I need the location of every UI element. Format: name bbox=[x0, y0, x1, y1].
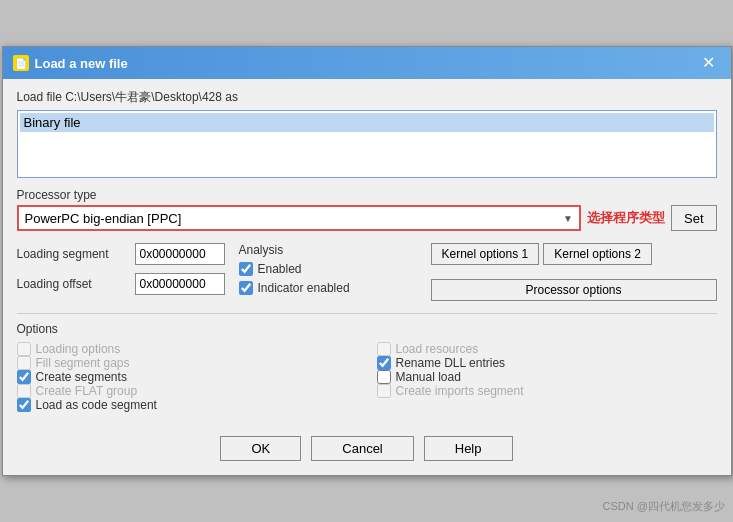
indicator-row: Indicator enabled bbox=[239, 281, 419, 295]
options-grid: Loading options Fill segment gaps Create… bbox=[17, 342, 717, 412]
kernel-options-2-button[interactable]: Kernel options 2 bbox=[543, 243, 652, 265]
segment-row: Loading segment bbox=[17, 243, 227, 265]
ok-button[interactable]: OK bbox=[220, 436, 301, 461]
dialog: 📄 Load a new file ✕ Load file C:\Users\牛… bbox=[2, 46, 732, 476]
kernel-options-1-button[interactable]: Kernel options 1 bbox=[431, 243, 540, 265]
left-column: Loading segment Loading offset bbox=[17, 243, 227, 303]
cancel-button[interactable]: Cancel bbox=[311, 436, 413, 461]
indicator-label: Indicator enabled bbox=[258, 281, 350, 295]
loading-options-checkbox[interactable] bbox=[17, 342, 31, 356]
load-code-label: Load as code segment bbox=[36, 398, 157, 412]
watermark: CSDN @四代机您发多少 bbox=[603, 499, 725, 514]
segment-input[interactable] bbox=[135, 243, 225, 265]
create-segments-label: Create segments bbox=[36, 370, 127, 384]
middle-column: Analysis Enabled Indicator enabled bbox=[239, 243, 419, 303]
option-create-flat: Create FLAT group bbox=[17, 384, 357, 398]
file-format-item[interactable]: Binary file bbox=[20, 113, 714, 132]
enabled-row: Enabled bbox=[239, 262, 419, 276]
analysis-group: Analysis Enabled Indicator enabled bbox=[239, 243, 419, 295]
dialog-footer: OK Cancel Help bbox=[3, 426, 731, 475]
fill-segment-label: Fill segment gaps bbox=[36, 356, 130, 370]
load-resources-label: Load resources bbox=[396, 342, 479, 356]
option-fill-segment: Fill segment gaps bbox=[17, 356, 357, 370]
segment-label: Loading segment bbox=[17, 247, 127, 261]
fill-segment-checkbox[interactable] bbox=[17, 356, 31, 370]
set-button[interactable]: Set bbox=[671, 205, 717, 231]
option-load-code: Load as code segment bbox=[17, 398, 357, 412]
processor-annotation: 选择程序类型 bbox=[587, 209, 665, 227]
dialog-content: Load file C:\Users\牛君豪\Desktop\428 as Bi… bbox=[3, 79, 731, 426]
rename-dll-label: Rename DLL entries bbox=[396, 356, 506, 370]
manual-load-label: Manual load bbox=[396, 370, 461, 384]
offset-label: Loading offset bbox=[17, 277, 127, 291]
rename-dll-checkbox[interactable] bbox=[377, 356, 391, 370]
processor-section-label: Processor type bbox=[17, 188, 717, 202]
title-bar-left: 📄 Load a new file bbox=[13, 55, 128, 71]
option-manual-load: Manual load bbox=[377, 370, 717, 384]
options-right: Load resources Rename DLL entries Manual… bbox=[377, 342, 717, 412]
create-flat-checkbox[interactable] bbox=[17, 384, 31, 398]
analysis-title: Analysis bbox=[239, 243, 419, 257]
processor-options-button[interactable]: Processor options bbox=[431, 279, 717, 301]
option-create-imports: Create imports segment bbox=[377, 384, 717, 398]
loading-options-label: Loading options bbox=[36, 342, 121, 356]
right-column: Kernel options 1 Kernel options 2 Proces… bbox=[431, 243, 717, 303]
load-resources-checkbox[interactable] bbox=[377, 342, 391, 356]
create-flat-label: Create FLAT group bbox=[36, 384, 138, 398]
options-title: Options bbox=[17, 322, 717, 336]
processor-row: PowerPC big-endian [PPC] ▼ 选择程序类型 Set bbox=[17, 205, 717, 231]
title-bar: 📄 Load a new file ✕ bbox=[3, 47, 731, 79]
help-button[interactable]: Help bbox=[424, 436, 513, 461]
create-imports-label: Create imports segment bbox=[396, 384, 524, 398]
create-imports-checkbox[interactable] bbox=[377, 384, 391, 398]
file-list-box[interactable]: Binary file bbox=[17, 110, 717, 178]
load-code-checkbox[interactable] bbox=[17, 398, 31, 412]
offset-row: Loading offset bbox=[17, 273, 227, 295]
enabled-label: Enabled bbox=[258, 262, 302, 276]
options-left: Loading options Fill segment gaps Create… bbox=[17, 342, 357, 412]
option-loading-options: Loading options bbox=[17, 342, 357, 356]
offset-input[interactable] bbox=[135, 273, 225, 295]
file-path-label: Load file C:\Users\牛君豪\Desktop\428 as bbox=[17, 89, 717, 106]
dialog-title: Load a new file bbox=[35, 56, 128, 71]
indicator-checkbox[interactable] bbox=[239, 281, 253, 295]
processor-combo[interactable]: PowerPC big-endian [PPC] ▼ bbox=[17, 205, 581, 231]
enabled-checkbox[interactable] bbox=[239, 262, 253, 276]
main-section: Loading segment Loading offset Analysis … bbox=[17, 243, 717, 303]
combo-arrow-icon: ▼ bbox=[563, 213, 573, 224]
processor-value: PowerPC big-endian [PPC] bbox=[25, 211, 182, 226]
create-segments-checkbox[interactable] bbox=[17, 370, 31, 384]
option-rename-dll: Rename DLL entries bbox=[377, 356, 717, 370]
option-load-resources: Load resources bbox=[377, 342, 717, 356]
kernel-btns: Kernel options 1 Kernel options 2 bbox=[431, 243, 717, 265]
close-button[interactable]: ✕ bbox=[696, 53, 721, 73]
options-section: Options Loading options Fill segment gap… bbox=[17, 313, 717, 412]
dialog-icon: 📄 bbox=[13, 55, 29, 71]
option-create-segments: Create segments bbox=[17, 370, 357, 384]
manual-load-checkbox[interactable] bbox=[377, 370, 391, 384]
